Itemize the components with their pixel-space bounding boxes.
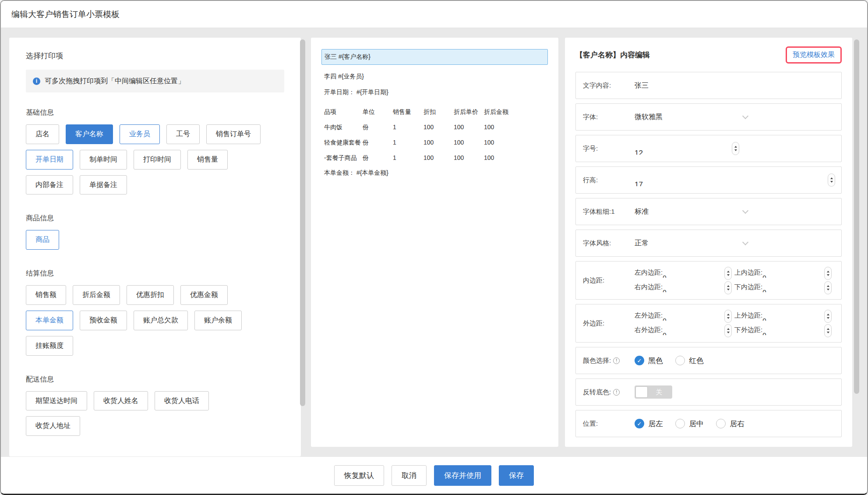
print-item-button[interactable]: 账户总欠款 bbox=[134, 311, 188, 330]
print-item-button[interactable]: 销售订单号 bbox=[206, 124, 261, 144]
receipt-item-row[interactable]: 牛肉饭份1100100100 bbox=[324, 120, 515, 135]
field-row-align: 位置: 居左 居中 居右 bbox=[575, 410, 842, 437]
print-item-button[interactable]: 内部备注 bbox=[26, 175, 73, 195]
chevron-down-icon[interactable] bbox=[742, 208, 748, 214]
invert-background-toggle[interactable]: 关 bbox=[635, 385, 672, 399]
radio-unchecked-icon[interactable] bbox=[675, 419, 685, 428]
group-title: 商品信息 bbox=[26, 214, 284, 223]
field-row-font-style: 字体风格: 正常 bbox=[575, 230, 842, 257]
print-item-button[interactable]: 客户名称 bbox=[66, 124, 113, 144]
margin-top-input[interactable]: 0 bbox=[762, 317, 766, 321]
print-item-button[interactable]: 销售量 bbox=[187, 150, 228, 170]
receipt-line-total[interactable]: 本单金额： #{本单金额} bbox=[324, 169, 545, 177]
margin-left-input[interactable]: 0 bbox=[663, 317, 666, 321]
print-item-button[interactable]: 开单日期 bbox=[26, 150, 73, 170]
field-label: 字体风格: bbox=[583, 239, 635, 248]
padding-bottom-stepper[interactable] bbox=[824, 281, 832, 294]
padding-bottom-input[interactable]: 0 bbox=[762, 288, 766, 292]
group-items: 期望送达时间收货人姓名收货人电话收货人地址 bbox=[26, 391, 262, 436]
radio-checked-icon[interactable] bbox=[635, 356, 644, 365]
margin-bottom-input[interactable]: 0 bbox=[762, 331, 766, 335]
line-height-input[interactable]: 17 bbox=[635, 180, 643, 186]
padding-top-input[interactable]: 0 bbox=[762, 274, 766, 278]
save-and-use-button[interactable]: 保存并使用 bbox=[434, 465, 491, 486]
receipt-line-salesman[interactable]: 李四 #{业务员} bbox=[324, 73, 545, 81]
receipt-items-table[interactable]: 品项单位销售量折扣折后单价折后金额 牛肉饭份1100100100轻食健康套餐份1… bbox=[324, 104, 515, 166]
receipt-cell: 100 bbox=[423, 120, 454, 135]
radio-unchecked-icon[interactable] bbox=[716, 419, 726, 428]
receipt-item-row[interactable]: 轻食健康套餐份1100100100 bbox=[324, 135, 515, 150]
align-option-center[interactable]: 居中 bbox=[675, 419, 704, 429]
align-option-left[interactable]: 居左 bbox=[635, 419, 663, 429]
print-item-button[interactable]: 收货人地址 bbox=[26, 416, 80, 436]
text-content-input[interactable]: 张三 bbox=[635, 81, 649, 90]
save-button[interactable]: 保存 bbox=[499, 465, 534, 486]
font-size-input[interactable]: 12 bbox=[635, 149, 643, 155]
radio-checked-icon[interactable] bbox=[635, 419, 644, 428]
field-label: 行高: bbox=[583, 176, 635, 184]
print-item-button[interactable]: 本单金额 bbox=[26, 311, 73, 330]
group-title: 基础信息 bbox=[26, 108, 284, 117]
chevron-down-icon[interactable] bbox=[742, 113, 748, 119]
print-item-button[interactable]: 预收金额 bbox=[80, 311, 127, 330]
field-row-margin: 外边距: 左外边距: 0 上外边距: 0 右外边距: 0 bbox=[575, 304, 842, 343]
receipt-line-customer-selected[interactable]: 张三 #{客户名称} bbox=[321, 49, 548, 65]
receipt-cell: 100 bbox=[423, 135, 454, 150]
font-size-stepper[interactable] bbox=[732, 142, 739, 155]
radio-label: 居中 bbox=[689, 419, 704, 429]
print-item-button[interactable]: 工号 bbox=[166, 124, 200, 144]
print-item-button[interactable]: 期望送达时间 bbox=[26, 391, 87, 411]
padding-top-stepper[interactable] bbox=[824, 267, 832, 280]
receipt-col-header: 销售量 bbox=[393, 104, 423, 120]
margin-top-stepper[interactable] bbox=[824, 310, 832, 323]
toggle-knob[interactable] bbox=[636, 387, 647, 397]
radio-unchecked-icon[interactable] bbox=[675, 356, 685, 365]
margin-right-stepper[interactable] bbox=[724, 324, 732, 337]
receipt-table-header-row: 品项单位销售量折扣折后单价折后金额 bbox=[324, 104, 515, 120]
margin-bottom-stepper[interactable] bbox=[824, 324, 832, 337]
left-panel-scrollbar[interactable] bbox=[300, 39, 305, 406]
receipt-item-row[interactable]: -套餐子商品份1100100100 bbox=[324, 150, 515, 166]
print-item-button[interactable]: 业务员 bbox=[120, 124, 160, 144]
print-item-button[interactable]: 优惠金额 bbox=[180, 285, 228, 305]
field-label: 位置: bbox=[583, 420, 635, 428]
editor-panel-scrollbar[interactable] bbox=[854, 39, 859, 394]
print-item-button[interactable]: 折后金额 bbox=[73, 285, 120, 305]
color-option-black[interactable]: 黑色 bbox=[635, 356, 663, 366]
field-label-text: 反转底色: bbox=[583, 388, 611, 396]
print-item-button[interactable]: 账户余额 bbox=[194, 311, 242, 330]
margin-grid: 左外边距: 0 上外边距: 0 右外边距: 0 下外边距: 0 bbox=[635, 311, 834, 335]
padding-left-stepper[interactable] bbox=[724, 267, 732, 280]
font-weight-select[interactable]: 标准 bbox=[635, 207, 649, 216]
font-family-select[interactable]: 微软雅黑 bbox=[635, 113, 663, 122]
receipt-cell: 100 bbox=[423, 150, 454, 166]
receipt-line-date[interactable]: 开单日期： #{开单日期} bbox=[324, 88, 545, 96]
margin-right-input[interactable]: 0 bbox=[663, 331, 666, 335]
margin-left-stepper[interactable] bbox=[724, 310, 732, 323]
margin-top-cell: 上外边距: 0 bbox=[734, 311, 834, 321]
align-option-right[interactable]: 居右 bbox=[716, 419, 745, 429]
restore-default-button[interactable]: 恢复默认 bbox=[334, 465, 384, 486]
receipt-cell: 牛肉饭 bbox=[324, 120, 363, 135]
preview-template-link[interactable]: 预览模板效果 bbox=[793, 51, 835, 58]
padding-right-input[interactable]: 0 bbox=[663, 288, 666, 292]
print-item-button[interactable]: 销售额 bbox=[26, 285, 66, 305]
print-item-button[interactable]: 制单时间 bbox=[80, 150, 127, 170]
color-option-red[interactable]: 红色 bbox=[675, 356, 704, 366]
receipt-col-header: 品项 bbox=[324, 104, 363, 120]
print-item-button[interactable]: 收货人电话 bbox=[155, 391, 209, 411]
print-item-button[interactable]: 店名 bbox=[26, 124, 59, 144]
cancel-button[interactable]: 取消 bbox=[392, 465, 427, 486]
print-item-button[interactable]: 单据备注 bbox=[80, 175, 127, 195]
chevron-down-icon[interactable] bbox=[742, 239, 748, 245]
print-item-button[interactable]: 优惠折扣 bbox=[127, 285, 174, 305]
print-item-button[interactable]: 挂账额度 bbox=[26, 336, 73, 356]
padding-right-stepper[interactable] bbox=[724, 281, 732, 294]
print-item-button[interactable]: 收货人姓名 bbox=[94, 391, 148, 411]
font-style-select[interactable]: 正常 bbox=[635, 239, 649, 248]
print-item-button[interactable]: 打印时间 bbox=[134, 150, 181, 170]
line-height-stepper[interactable] bbox=[828, 173, 835, 187]
print-item-button[interactable]: 商品 bbox=[26, 230, 59, 250]
receipt-cell: 100 bbox=[484, 120, 515, 135]
padding-left-input[interactable]: 0 bbox=[663, 274, 666, 278]
